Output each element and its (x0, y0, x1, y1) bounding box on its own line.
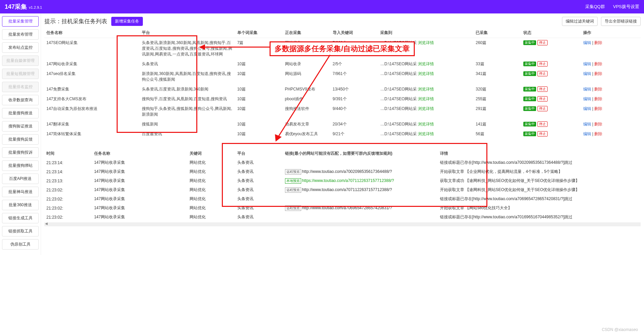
delete-link[interactable]: 删除 (594, 40, 602, 45)
sidebar-item-2[interactable]: 发布站点监控 (2, 42, 39, 53)
stop-button[interactable]: 停止 (537, 96, 548, 102)
log-url[interactable]: http://www.toutiao.com/a7002098535617364… (302, 169, 392, 174)
th-ops: 操作 (581, 28, 641, 38)
sidebar-item-14[interactable]: 批量360推送 (2, 200, 39, 210)
log-task: 147网站收录采集 (92, 185, 188, 194)
cell-saveto: …D:\147SEO网站采 浏览详情 (378, 59, 474, 69)
sidebar-item-10[interactable]: 批量搜狗投诉 (2, 147, 39, 158)
stop-button[interactable]: 停止 (537, 61, 548, 67)
log-row: 21:23:14:147网站收录采集网站优化头条资讯链接或标题已存在[http:… (44, 158, 641, 167)
edit-link[interactable]: 编辑 (583, 122, 591, 126)
filter-keywords-button[interactable]: 编辑过滤关键词 (562, 17, 598, 26)
edit-link[interactable]: 编辑 (583, 71, 591, 76)
delete-link[interactable]: 删除 (594, 106, 602, 111)
cell-collecting: PHPCMSV9发布 (283, 84, 331, 94)
log-hscrollbar[interactable] (44, 222, 641, 226)
cell-keywords: 13/450个 (331, 84, 378, 94)
log-url[interactable]: http://www.toutiao.com/a7069654728657420… (302, 206, 392, 210)
vps-link[interactable]: VPS拨号设置 (613, 4, 639, 10)
stop-button[interactable]: 停止 (537, 86, 548, 92)
local-preview-tag[interactable]: 本地预览 (285, 178, 301, 184)
qqgroup-link[interactable]: 采集QQ群 (585, 4, 605, 10)
status-running-badge: 采集中 (523, 122, 536, 126)
cell-status: 采集中停止 (521, 84, 581, 94)
detail-link[interactable]: 浏览详情 (418, 71, 434, 76)
delete-link[interactable]: 删除 (594, 132, 602, 136)
cell-platform: 搜狗知乎,百度资讯,凤凰新闻,百度知道,搜狗资讯 (140, 94, 235, 104)
sidebar-item-12[interactable]: 百度API推送 (2, 174, 39, 184)
export-errors-button[interactable]: 导出全部错误链接 (601, 17, 641, 26)
log-task: 147网站收录采集 (92, 158, 188, 167)
sidebar-item-8[interactable]: 搜狗验证推送 (2, 121, 39, 132)
lth-time: 时间 (44, 149, 92, 158)
cell-collecting: 网站源码 (283, 69, 331, 84)
stop-button[interactable]: 停止 (537, 121, 548, 127)
edit-link[interactable]: 编辑 (583, 62, 591, 66)
stop-button[interactable]: 停止 (537, 106, 548, 111)
table-row: 147自动采集为原创发布推送搜狗知乎,头条资讯,搜狐新闻,搜狗公众号,腾讯新闻,… (44, 104, 641, 119)
stop-button[interactable]: 停止 (537, 71, 548, 76)
remote-preview-tag[interactable]: 远程预览 (285, 169, 301, 175)
detail-link[interactable]: 浏览详情 (418, 97, 434, 101)
log-task: 147网站收录采集 (92, 194, 188, 203)
log-link: 远程预览http://www.toutiao.com/a700209853561… (283, 167, 438, 176)
sidebar-item-16[interactable]: 链接抓取工具 (2, 226, 39, 236)
sidebar-item-3: 批量自媒体管理 (2, 55, 39, 66)
sidebar-item-15[interactable]: 链接生成工具 (2, 213, 39, 223)
cell-single: 10篇 (235, 84, 283, 94)
detail-link[interactable]: 浏览详情 (418, 132, 434, 136)
remote-preview-tag[interactable]: 远程预览 (285, 187, 301, 193)
remote-preview-tag[interactable]: 远程预览 (285, 206, 301, 211)
detail-link[interactable]: 浏览详情 (418, 40, 434, 45)
cell-ops: 编辑 | 删除 (581, 119, 641, 129)
th-saveto: 采集到 (378, 28, 474, 38)
table-row: 147seo排名采集新浪新闻,360新闻,凤凰新闻,百度知道,搜狗资讯,搜狗公众… (44, 69, 641, 84)
log-detail: 链接或标题已存在[http://www.toutiao.com/a7016965… (438, 213, 641, 222)
delete-link[interactable]: 删除 (594, 87, 602, 91)
add-task-button[interactable]: 新增采集任务 (111, 17, 143, 26)
detail-link[interactable]: 浏览详情 (418, 106, 434, 111)
detail-link[interactable]: 浏览详情 (418, 122, 434, 126)
delete-link[interactable]: 删除 (594, 62, 602, 66)
sidebar-item-13[interactable]: 批量神马推送 (2, 187, 39, 197)
cell-single: 10篇 (235, 59, 283, 69)
log-link: 远程预览http://www.toutiao.com/a707112263715… (283, 185, 438, 194)
edit-link[interactable]: 编辑 (583, 97, 591, 101)
cell-saveto: …D:\147SEO网站采 浏览详情 (378, 69, 474, 84)
table-row: 147翻译采集搜狐新闻10篇动易发布文章20/34个…D:\147SEO网站采 … (44, 119, 641, 129)
delete-link[interactable]: 删除 (594, 97, 602, 101)
stop-button[interactable]: 停止 (537, 131, 548, 137)
sidebar-item-9[interactable]: 批量搜狗反馈 (2, 134, 39, 145)
log-platform: 头条资讯 (235, 213, 283, 222)
edit-link[interactable]: 编辑 (583, 132, 591, 136)
sidebar-item-17[interactable]: 伪原创工具 (2, 239, 39, 250)
delete-link[interactable]: 删除 (594, 122, 602, 126)
cell-status: 采集中停止 (521, 119, 581, 129)
cell-platform: 百度最资讯 (140, 129, 235, 139)
cell-collecting: 动易发布文章 (283, 119, 331, 129)
sidebar-item-7[interactable]: 批量搜狗推送 (2, 108, 39, 118)
cell-status: 采集中停止 (521, 59, 581, 69)
cell-count: 260篇 (474, 38, 521, 60)
cell-status: 采集中停止 (521, 94, 581, 104)
log-link: 本地预览https://www.toutiao.com/a70711226371… (283, 176, 438, 185)
detail-link[interactable]: 浏览详情 (418, 87, 434, 91)
sidebar-item-0[interactable]: 批量采集管理 (2, 16, 39, 27)
cell-ops: 编辑 | 删除 (581, 59, 641, 69)
sidebar-item-6[interactable]: 收录数据查询 (2, 95, 39, 105)
cell-name: 147SEO网站采集 (44, 38, 140, 60)
delete-link[interactable]: 删除 (594, 71, 602, 76)
log-time: 21:23:02: (44, 213, 92, 222)
detail-link[interactable]: 浏览详情 (418, 62, 434, 66)
status-running-badge: 采集中 (523, 132, 536, 136)
log-url[interactable]: http://www.toutiao.com/a7071122637157712… (302, 187, 392, 192)
stop-button[interactable]: 停止 (537, 40, 548, 45)
edit-link[interactable]: 编辑 (583, 40, 591, 45)
cell-saveto: …D:\147SEO网站采 浏览详情 (378, 84, 474, 94)
sidebar-item-11[interactable]: 批量搜狗绑站 (2, 160, 39, 171)
edit-link[interactable]: 编辑 (583, 106, 591, 111)
edit-link[interactable]: 编辑 (583, 87, 591, 91)
cell-keywords: 9/21个 (331, 129, 378, 139)
sidebar-item-1[interactable]: 批量发布管理 (2, 29, 39, 40)
log-url[interactable]: https://www.toutiao.com/a707112263715771… (302, 178, 394, 183)
